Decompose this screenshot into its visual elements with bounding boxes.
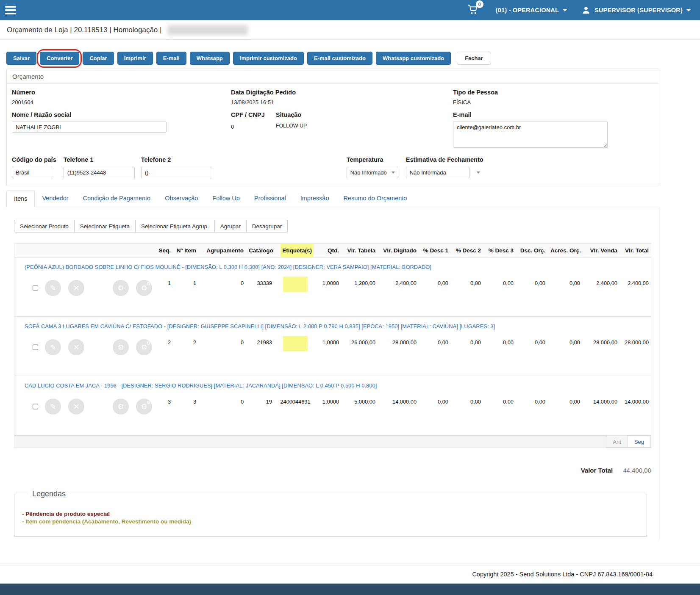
tab-profissional[interactable]: Profissional bbox=[247, 191, 293, 207]
delete-icon[interactable]: ✕ bbox=[68, 399, 84, 415]
cart-badge: 0 bbox=[476, 0, 483, 8]
cart-button[interactable]: 0 bbox=[467, 4, 479, 17]
telefone2-input[interactable] bbox=[141, 167, 212, 178]
cell-vlr-total: 14.000,00 bbox=[620, 391, 651, 435]
gear-icon[interactable]: ⚙ bbox=[113, 339, 129, 355]
branch-menu[interactable]: (01) - OPERACIONAL bbox=[496, 7, 567, 14]
menu-icon[interactable] bbox=[4, 5, 17, 15]
cell-n-item: 1 bbox=[173, 272, 199, 317]
desagrupar-button[interactable]: Desagrupar bbox=[247, 220, 288, 232]
gear-icon[interactable]: ⚙ bbox=[113, 280, 129, 296]
legends-title: Legendas bbox=[29, 490, 69, 498]
selecionar-produto-button[interactable]: Selecionar Produto bbox=[14, 220, 75, 232]
order-panel: Orçamento Número 2001604 Nome / Razão so… bbox=[6, 69, 659, 186]
whatsapp-button[interactable]: Whatsapp bbox=[190, 52, 230, 65]
item-values-row: ✎ ✕ ⚙ ⚙⚙ 3 3 0 19 2400044691 1,0000 5.00… bbox=[14, 391, 651, 435]
data-digitacao-label: Data Digitação Pedido bbox=[231, 89, 453, 96]
cell-desc2: 0,00 bbox=[451, 332, 483, 376]
gears-icon[interactable]: ⚙⚙ bbox=[136, 399, 152, 415]
selecionar-etiqueta-button[interactable]: Selecionar Etiqueta bbox=[75, 220, 136, 232]
imprimir-customizado-button[interactable]: Imprimir customizado bbox=[233, 52, 304, 65]
tab-condicao-pagamento[interactable]: Condição de Pagamento bbox=[76, 191, 158, 207]
tab-follow-up[interactable]: Follow Up bbox=[205, 191, 247, 207]
gears-icon[interactable]: ⚙⚙ bbox=[136, 339, 152, 355]
cell-vlr-venda: 2.400,00 bbox=[583, 272, 620, 317]
cell-vlr-digitado: 14.000,00 bbox=[378, 391, 419, 435]
edit-icon[interactable]: ✎ bbox=[45, 339, 61, 355]
estimativa-label: Estimativa de Fechamento bbox=[406, 156, 483, 163]
temperatura-select[interactable]: Não Informado bbox=[347, 167, 398, 178]
tab-impressao[interactable]: Impressão bbox=[293, 191, 336, 207]
breadcrumb-bar: Orçamento de Loja | 20.118513 | Homologa… bbox=[0, 20, 700, 40]
itens-tab-panel: Selecionar Produto Selecionar Etiqueta S… bbox=[6, 207, 659, 541]
estimativa-select[interactable]: Não Informada bbox=[406, 167, 469, 178]
gears-icon[interactable]: ⚙⚙ bbox=[136, 280, 152, 296]
etiqueta-highlight bbox=[283, 336, 308, 351]
edit-icon[interactable]: ✎ bbox=[45, 399, 61, 415]
item-values-row: ✎ ✕ ⚙ ⚙⚙ 2 2 0 21983 1,0000 26.000,00 28… bbox=[14, 332, 651, 376]
telefone2-group: Telefone 2 bbox=[141, 156, 212, 178]
edit-icon[interactable]: ✎ bbox=[45, 280, 61, 296]
order-col-1: Número 2001604 Nome / Razão social bbox=[12, 89, 231, 149]
user-menu[interactable]: SUPERVISOR (SUPERVISOR) bbox=[581, 6, 691, 15]
email-customizado-button[interactable]: E-mail customizado bbox=[307, 52, 372, 65]
delete-icon[interactable]: ✕ bbox=[68, 339, 84, 355]
row-select-checkbox[interactable] bbox=[33, 403, 38, 410]
estimativa-group: Estimativa de Fechamento Não Informada bbox=[406, 156, 483, 178]
email-button[interactable]: E-mail bbox=[156, 52, 186, 65]
nome-input[interactable] bbox=[12, 122, 167, 133]
product-description-link[interactable]: CAD LUCIO COSTA EM JACA - 1956 - [DESIGN… bbox=[25, 382, 377, 389]
pais-label: Código do país bbox=[12, 156, 56, 163]
item-description-row: CAD LUCIO COSTA EM JACA - 1956 - [DESIGN… bbox=[14, 376, 651, 391]
cell-vlr-tabela: 26.000,00 bbox=[342, 332, 378, 376]
cell-vlr-total: 2.400,00 bbox=[620, 272, 651, 317]
cell-vlr-tabela: 5.000,00 bbox=[342, 391, 378, 435]
fechar-button[interactable]: Fechar bbox=[457, 52, 491, 65]
pagination-next-button[interactable]: Seg bbox=[628, 436, 651, 448]
copyright-text: Copyright 2025 - Send Solutions Ltda - C… bbox=[0, 565, 700, 584]
cell-dsc-orc: 0,00 bbox=[516, 332, 548, 376]
gear-icon[interactable]: ⚙ bbox=[113, 399, 129, 415]
selecionar-etiqueta-agrup-button[interactable]: Selecionar Etiqueta Agrup. bbox=[136, 220, 215, 232]
pais-input[interactable] bbox=[12, 167, 54, 178]
whatsapp-customizado-button[interactable]: Whatsapp customizado bbox=[376, 52, 451, 65]
totals-row: Valor Total44.400,00 bbox=[14, 467, 651, 474]
tab-itens[interactable]: Itens bbox=[6, 191, 35, 207]
agrupar-button[interactable]: Agrupar bbox=[215, 220, 247, 232]
tipo-pessoa-value: FÍSICA bbox=[453, 99, 654, 105]
legends-box: Legendas - Pêndencia de produto especial… bbox=[14, 490, 647, 537]
tab-observacao[interactable]: Observação bbox=[158, 191, 205, 207]
cell-acres-orc: 0,00 bbox=[548, 272, 583, 317]
cell-desc1: 0,00 bbox=[419, 272, 451, 317]
imprimir-button[interactable]: Imprimir bbox=[117, 52, 153, 65]
tab-vendedor[interactable]: Vendedor bbox=[35, 191, 75, 207]
pagination-prev-button[interactable]: Ant bbox=[606, 436, 628, 448]
telefone1-group: Telefone 1 bbox=[64, 156, 135, 178]
email-textarea[interactable]: cliente@galeriateo.com.br bbox=[453, 122, 608, 148]
converter-button[interactable]: Converter bbox=[40, 52, 79, 65]
cell-dsc-orc: 0,00 bbox=[516, 391, 548, 435]
telefone1-input[interactable] bbox=[64, 167, 135, 178]
tab-resumo-orcamento[interactable]: Resumo do Orçamento bbox=[336, 191, 414, 207]
tab-bar: Itens Vendedor Condição de Pagamento Obs… bbox=[6, 191, 659, 207]
header-vlr-venda: Vlr. Venda bbox=[583, 244, 620, 257]
row-select-checkbox[interactable] bbox=[33, 344, 38, 351]
delete-icon[interactable]: ✕ bbox=[68, 280, 84, 296]
row-select-checkbox[interactable] bbox=[33, 285, 38, 291]
copiar-button[interactable]: Copiar bbox=[83, 52, 114, 65]
header-etiqueta: Etiqueta(s) bbox=[275, 244, 316, 257]
cell-desc3: 0,00 bbox=[483, 391, 516, 435]
table-pagination: Ant Seg bbox=[14, 435, 651, 448]
item-row-group: CAD LUCIO COSTA EM JACA - 1956 - [DESIGN… bbox=[14, 376, 651, 435]
salvar-button[interactable]: Salvar bbox=[6, 52, 36, 65]
cpf-label: CPF / CNPJ bbox=[231, 111, 265, 118]
redacted-text bbox=[167, 25, 248, 35]
cell-agrupamento: 0 bbox=[199, 272, 246, 317]
telefone1-label: Telefone 1 bbox=[64, 156, 135, 163]
cell-qtd: 1,0000 bbox=[316, 332, 342, 376]
valor-total-label: Valor Total bbox=[581, 467, 613, 474]
product-description-link[interactable]: SOFÁ CAMA 3 LUGARES EM CAVIÚNA C/ ESTOFA… bbox=[25, 323, 495, 329]
cell-vlr-tabela: 1.200,00 bbox=[342, 272, 378, 317]
product-description-link[interactable]: (PEÔNIA AZUL) BORDADO SOBRE LINHO C/ FIO… bbox=[25, 264, 431, 270]
phone-row: Código do país Telefone 1 Telefone 2 Tem… bbox=[12, 156, 654, 178]
